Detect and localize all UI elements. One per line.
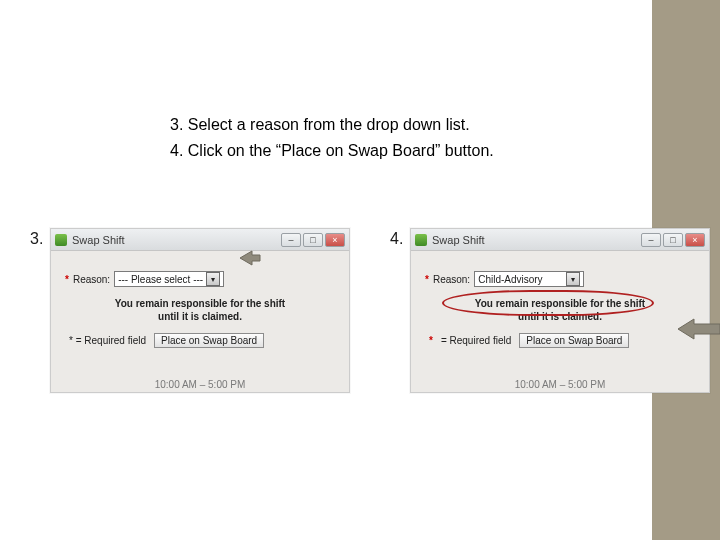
- app-icon: [415, 234, 427, 246]
- footer-row: * = Required field Place on Swap Board: [69, 333, 264, 348]
- reason-row: * Reason: Child-Advisory ▾: [425, 271, 584, 287]
- instruction-line-4: 4. Click on the “Place on Swap Board” bu…: [170, 138, 494, 164]
- minimize-button[interactable]: –: [641, 233, 661, 247]
- close-button[interactable]: ×: [325, 233, 345, 247]
- reason-label: Reason:: [73, 274, 110, 285]
- reason-select-value: --- Please select ---: [118, 274, 203, 285]
- reason-select-value: Child-Advisory: [478, 274, 542, 285]
- maximize-button[interactable]: □: [663, 233, 683, 247]
- app-icon: [55, 234, 67, 246]
- callout-oval-notice: [442, 290, 654, 316]
- close-button[interactable]: ×: [685, 233, 705, 247]
- chevron-down-icon[interactable]: ▾: [566, 272, 580, 286]
- footer-row: * = Required field Place on Swap Board: [429, 333, 629, 348]
- reason-label: Reason:: [433, 274, 470, 285]
- dialog-body: * Reason: Child-Advisory ▾ You remain re…: [411, 251, 709, 392]
- maximize-button[interactable]: □: [303, 233, 323, 247]
- required-star: *: [65, 274, 69, 285]
- dialog-body: * Reason: --- Please select --- ▾ You re…: [51, 251, 349, 392]
- svg-marker-0: [240, 251, 260, 265]
- window-titlebar: Swap Shift – □ ×: [411, 229, 709, 251]
- notice-line-2: until it is claimed.: [57, 311, 343, 324]
- minimize-button[interactable]: –: [281, 233, 301, 247]
- window-buttons: – □ ×: [281, 233, 345, 247]
- reason-select[interactable]: --- Please select --- ▾: [114, 271, 224, 287]
- window-titlebar: Swap Shift – □ ×: [51, 229, 349, 251]
- required-field-text: = Required field: [441, 335, 511, 346]
- required-star: *: [425, 274, 429, 285]
- window-title: Swap Shift: [432, 234, 641, 246]
- reason-select[interactable]: Child-Advisory ▾: [474, 271, 584, 287]
- instruction-block: 3. Select a reason from the drop down li…: [170, 112, 494, 163]
- window-buttons: – □ ×: [641, 233, 705, 247]
- place-on-swap-board-button[interactable]: Place on Swap Board: [519, 333, 629, 348]
- step-4-number: 4.: [390, 230, 403, 248]
- callout-arrow-button: [678, 318, 720, 340]
- step-3-number: 3.: [30, 230, 43, 248]
- instruction-line-3: 3. Select a reason from the drop down li…: [170, 112, 494, 138]
- callout-arrow-dropdown: [240, 249, 260, 267]
- required-star-footer: *: [429, 335, 433, 346]
- chevron-down-icon[interactable]: ▾: [206, 272, 220, 286]
- shift-time-range: 10:00 AM – 5:00 PM: [411, 379, 709, 390]
- swap-shift-dialog-step3: Swap Shift – □ × * Reason: --- Please se…: [50, 228, 350, 393]
- place-on-swap-board-button[interactable]: Place on Swap Board: [154, 333, 264, 348]
- required-field-text: * = Required field: [69, 335, 146, 346]
- shift-time-range: 10:00 AM – 5:00 PM: [51, 379, 349, 390]
- reason-row: * Reason: --- Please select --- ▾: [65, 271, 224, 287]
- window-title: Swap Shift: [72, 234, 281, 246]
- responsibility-notice: You remain responsible for the shift unt…: [51, 297, 349, 324]
- svg-marker-1: [678, 319, 720, 339]
- notice-line-1: You remain responsible for the shift: [57, 298, 343, 311]
